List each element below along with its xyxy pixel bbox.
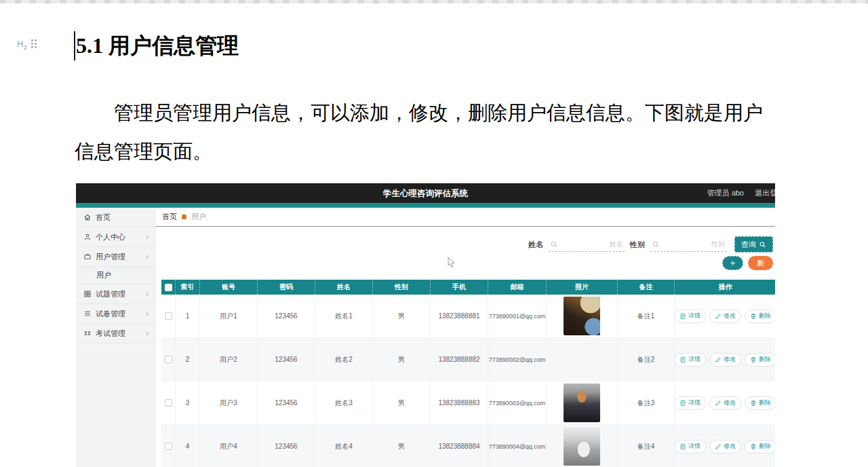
portrait-photo-3 [564,384,600,422]
column-header: 索引 [176,280,200,295]
delete-icon [750,356,757,363]
table-row: 2用户2123456姓名2男13823888882773890002@qq.co… [161,338,775,381]
row-checkbox[interactable] [165,312,172,320]
grid-icon [83,290,92,298]
sidebar-item-paper-management[interactable]: 试卷管理 ∨ [76,304,155,324]
row-checkbox[interactable] [165,399,172,407]
briefcase-icon [83,253,92,261]
cell-email: 773890004@qq.com [488,425,547,467]
column-header: 性别 [373,280,431,295]
cell-index: 3 [176,381,200,424]
cell-email: 773890001@qq.com [488,295,547,337]
table-toolbar: + 删 [155,256,775,270]
column-header: 账号 [200,280,258,295]
accent-bar [76,203,775,208]
row-action-detail-button[interactable]: 详情 [675,353,706,367]
row-action-edit-button[interactable]: 修改 [709,353,741,367]
row-action-edit-button[interactable]: 修改 [709,396,741,410]
row-checkbox-cell [161,338,176,381]
cell-remark: 备注3 [618,381,675,424]
home-icon [83,213,92,221]
search-icon [759,241,766,248]
logout-link[interactable]: 退出登录 [755,188,775,198]
sidebar-item-home[interactable]: 首页 [76,208,155,227]
search-bar: 姓名 性别 查询 [155,236,775,253]
paragraph-line: 信息管理页面。 [75,132,763,171]
cell-account: 用户4 [200,425,258,467]
cell-gender: 男 [373,425,431,467]
column-header: 照片 [547,280,618,295]
cell-account: 用户3 [200,381,258,424]
table-header: 索引账号密码姓名性别手机邮箱照片备注操作 [161,280,775,295]
table-row: 1用户1123456姓名1男13823888881773890001@qq.co… [161,295,775,338]
delete-selected-button[interactable]: 删 [748,256,773,270]
column-header: 备注 [618,280,675,295]
breadcrumb: 首页 用户 [155,208,775,226]
row-checkbox-cell [161,295,176,337]
cell-phone: 13823888882 [431,338,488,381]
sidebar-item-label: 考试管理 [96,329,125,339]
gender-search-input[interactable] [650,237,726,252]
name-filter-label: 姓名 [528,240,543,250]
row-action-detail-button[interactable]: 详情 [675,440,706,453]
row-action-edit-button[interactable]: 修改 [709,310,741,323]
row-checkbox-cell [161,425,176,467]
sidebar-item-question-management[interactable]: 试题管理 ∨ [76,284,155,304]
detail-icon [679,400,686,407]
app-topbar: 学生心理咨询评估系统 管理员 abo 退出登录 [76,183,775,203]
cell-password: 123456 [258,381,315,424]
sidebar-item-exam-management[interactable]: 考试管理 ∨ [76,324,155,343]
sidebar-item-users[interactable]: 用户 [76,267,155,284]
cell-photo [547,425,618,467]
cell-email: 773890003@qq.com [488,381,547,424]
name-search-input[interactable] [549,237,625,252]
gender-filter-label: 性别 [630,240,645,250]
row-action-delete-button[interactable]: 删除 [745,310,775,323]
drag-handle-icon[interactable] [31,39,38,50]
cell-photo [547,295,618,337]
header-checkbox-cell [161,280,176,295]
edit-icon [715,400,722,407]
cell-password: 123456 [258,425,315,467]
add-button[interactable]: + [722,256,743,270]
sidebar-item-user-management[interactable]: 用户管理 ∧ [76,247,155,267]
column-header: 邮箱 [488,280,547,295]
horizontal-scrollbar[interactable] [0,0,868,3]
embedded-admin-screenshot[interactable]: 学生心理咨询评估系统 管理员 abo 退出登录 首页 个人中心 ∨ 用户管理 ∧… [76,183,775,467]
cell-remark: 备注1 [618,295,675,337]
row-action-delete-button[interactable]: 删除 [745,440,775,453]
row-checkbox[interactable] [165,356,172,363]
edit-icon [715,443,722,450]
row-action-delete-button[interactable]: 删除 [745,396,775,410]
row-action-detail-button[interactable]: 详情 [675,396,706,410]
row-action-delete-button[interactable]: 删除 [745,353,775,367]
heading-block-handle[interactable]: H2 [17,39,38,51]
column-header: 密码 [258,280,315,295]
paragraph-line: 管理员管理用户信息，可以添加，修改，删除用户信息信息。下图就是用户 [75,94,763,132]
cell-actions: 详情修改删除 [675,381,775,424]
cell-actions: 详情修改删除 [675,425,775,467]
row-action-detail-button[interactable]: 详情 [675,310,706,323]
exam-icon [83,329,92,337]
breadcrumb-current: 用户 [191,212,206,222]
edit-icon [715,356,722,363]
query-button[interactable]: 查询 [734,236,773,253]
delete-icon [750,400,757,407]
select-all-checkbox[interactable] [165,284,172,291]
cell-phone: 13823888883 [431,381,488,424]
breadcrumb-root[interactable]: 首页 [162,212,177,222]
edit-icon [715,313,722,320]
cell-index: 1 [176,295,200,337]
row-checkbox[interactable] [165,443,172,450]
delete-icon [750,443,757,450]
text-cursor [74,31,75,60]
sidebar-item-profile[interactable]: 个人中心 ∨ [76,227,155,247]
section-paragraph: 管理员管理用户信息，可以添加，修改，删除用户信息信息。下图就是用户 信息管理页面… [75,94,763,171]
search-icon [652,240,660,248]
sidebar-item-label: 个人中心 [96,232,125,242]
cell-actions: 详情修改删除 [675,338,775,381]
search-icon [550,240,558,248]
row-action-edit-button[interactable]: 修改 [709,440,741,453]
cell-name: 姓名3 [315,381,373,424]
chevron-up-icon: ∧ [145,254,149,260]
